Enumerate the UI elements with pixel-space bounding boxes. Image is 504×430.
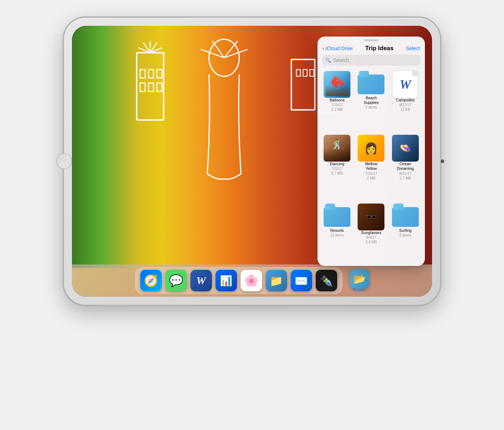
svg-rect-3 (157, 70, 162, 78)
file-meta-mellow-yellow: 7/22/17 2 MB (365, 171, 377, 181)
dock-icon-files[interactable]: 📁 (266, 270, 287, 291)
files-grid: 🎈 🎈 Balloons 7/15/17 2.1 MB (318, 69, 425, 266)
dock-icon-messages[interactable]: 💬 (165, 270, 187, 291)
file-meta-resorts: 12 items (330, 233, 344, 238)
file-name-ocean-dreaming: OceanDreaming (397, 162, 414, 171)
svg-rect-4 (140, 83, 145, 91)
file-meta-ocean-dreaming: 8/21/17 2.7 MB (399, 171, 411, 181)
svg-line-9 (150, 43, 157, 53)
file-meta-campsites: 8/21/17 12 KB (399, 102, 411, 112)
file-thumbnail-mellow-yellow: 👩 (358, 135, 384, 162)
file-meta-beach-supplies: 7 items (365, 105, 377, 110)
panel-title: Trip Ideas (365, 45, 393, 52)
file-thumbnail-ocean-dreaming: 👒 (392, 135, 419, 162)
search-placeholder: Search (333, 57, 349, 63)
svg-rect-1 (140, 70, 145, 78)
icloud-panel: ‹ iCloud Drive Trip Ideas Select 🔍 Searc… (318, 37, 425, 266)
svg-line-25 (224, 49, 248, 58)
search-bar[interactable]: 🔍 Search (322, 55, 421, 66)
file-thumbnail-balloons: 🎈 🎈 (324, 71, 350, 98)
dock-icon-photos[interactable]: 🌸 (241, 270, 262, 291)
svg-line-23 (224, 41, 238, 58)
svg-point-21 (209, 39, 239, 76)
svg-rect-16 (310, 70, 314, 76)
file-name-campsites: Campsites (396, 98, 415, 102)
front-camera (441, 159, 444, 163)
svg-rect-14 (296, 70, 300, 76)
select-button[interactable]: Select (406, 46, 420, 51)
file-name-beach-supplies: BeachSupplies (364, 96, 379, 105)
file-item-campsites[interactable]: W Campsites 8/21/17 12 KB (390, 71, 421, 130)
file-meta-dancing: 7/22/17 5.7 MB (331, 166, 343, 176)
file-meta-sunglasses: 8/3/17 2.4 MB (365, 235, 377, 244)
svg-rect-5 (149, 83, 154, 91)
svg-rect-2 (149, 70, 154, 78)
file-item-sunglasses[interactable]: 🕶️ Sunglasses 8/3/17 2.4 MB (356, 204, 386, 262)
file-item-mellow-yellow[interactable]: 👩 MellowYellow 7/22/17 2 MB (356, 135, 386, 198)
svg-rect-0 (137, 53, 164, 120)
file-name-mellow-yellow: MellowYellow (365, 162, 377, 171)
dock-browse-area[interactable]: 📂 Browse (350, 269, 369, 292)
file-item-ocean-dreaming[interactable]: 👒 OceanDreaming 8/21/17 2.7 MB (390, 135, 421, 198)
ipad-screen: 🧭 💬 W 📊 🌸 📁 ✉️ ✒️ (72, 26, 432, 297)
file-name-dancing: Dancing (330, 162, 344, 166)
file-name-surfing: Surfing (399, 228, 412, 233)
dock-inner: 🧭 💬 W 📊 🌸 📁 ✉️ ✒️ (135, 267, 343, 294)
svg-rect-12 (291, 59, 315, 110)
ipad-device: 🧭 💬 W 📊 🌸 📁 ✉️ ✒️ (64, 18, 440, 305)
svg-line-22 (212, 41, 224, 58)
panel-handle (364, 39, 378, 41)
file-item-surfing[interactable]: Surfing 5 items (390, 204, 421, 262)
file-meta-surfing: 5 items (399, 233, 411, 238)
dock-icon-keynote[interactable]: 📊 (215, 270, 237, 291)
panel-header: ‹ iCloud Drive Trip Ideas Select (318, 43, 425, 55)
scene: 🧭 💬 W 📊 🌸 📁 ✉️ ✒️ (37, 18, 467, 412)
browse-label: Browse (353, 288, 365, 292)
file-thumbnail-sunglasses: 🕶️ (358, 204, 384, 230)
dock-icon-browse[interactable]: 📂 (350, 269, 369, 289)
file-item-beach-supplies[interactable]: BeachSupplies 7 items (356, 71, 386, 130)
dock-icon-word[interactable]: W (190, 270, 212, 291)
file-item-resorts[interactable]: Resorts 12 items (322, 204, 352, 262)
back-label: iCloud Drive (325, 46, 353, 51)
file-item-dancing[interactable]: 🕺 Dancing 7/22/17 5.7 MB (322, 135, 352, 198)
file-thumbnail-campsites: W (393, 71, 418, 98)
file-thumbnail-dancing: 🕺 (324, 135, 350, 162)
search-icon: 🔍 (325, 58, 331, 63)
svg-rect-15 (303, 70, 307, 76)
file-meta-balloons: 7/15/17 2.1 MB (331, 102, 343, 112)
svg-line-24 (200, 49, 224, 58)
dock-area: 🧭 💬 W 📊 🌸 📁 ✉️ ✒️ (72, 264, 432, 297)
home-button[interactable] (57, 154, 71, 168)
file-name-resorts: Resorts (330, 228, 344, 233)
file-name-balloons: Balloons (330, 98, 345, 102)
word-icon: W (399, 77, 411, 92)
screen-content: 🧭 💬 W 📊 🌸 📁 ✉️ ✒️ (72, 26, 432, 297)
dock-icon-mail[interactable]: ✉️ (291, 270, 312, 291)
dock-icon-safari[interactable]: 🧭 (140, 270, 162, 291)
file-item-balloons[interactable]: 🎈 🎈 Balloons 7/15/17 2.1 MB (322, 71, 352, 130)
back-chevron-icon: ‹ (323, 45, 324, 52)
file-name-sunglasses: Sunglasses (361, 230, 382, 235)
svg-line-11 (139, 48, 150, 53)
svg-line-10 (150, 48, 162, 53)
back-button[interactable]: ‹ iCloud Drive (323, 45, 353, 52)
svg-line-7 (144, 43, 150, 53)
svg-rect-6 (157, 83, 162, 91)
dock-icon-inkapp[interactable]: ✒️ (316, 270, 337, 291)
